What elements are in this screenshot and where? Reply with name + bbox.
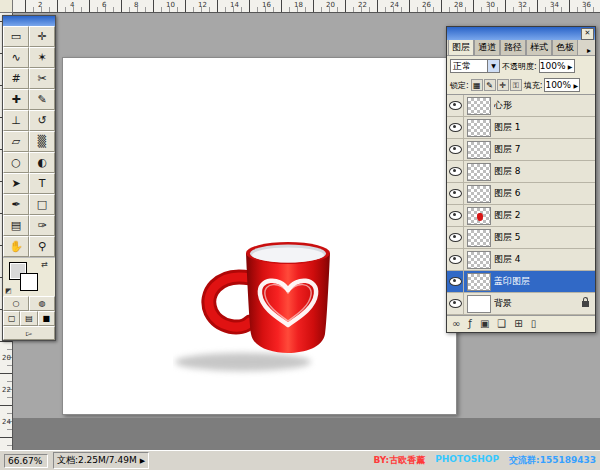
palette-bottom-bar: ∞ƒ▣❑⊞▯ (447, 315, 595, 332)
lasso-tool[interactable]: ∿ (3, 47, 29, 68)
shape-tool[interactable]: □ (29, 194, 55, 215)
palette-titlebar[interactable]: ✕ (447, 27, 595, 40)
link-layers-icon[interactable]: ∞ (452, 317, 460, 331)
fill-value: 100% (545, 80, 572, 90)
slice-tool[interactable]: ✂ (29, 68, 55, 89)
layer-row[interactable]: 背景 (447, 293, 595, 315)
magic-wand-tool[interactable]: ✶ (29, 47, 55, 68)
visibility-toggle[interactable] (447, 161, 464, 182)
eye-icon (449, 101, 462, 110)
type-tool[interactable]: T (29, 173, 55, 194)
layer-row[interactable]: 心形 (447, 95, 595, 117)
gradient-tool[interactable]: ▒ (29, 131, 55, 152)
palette-tab-2[interactable]: 路径 (500, 40, 526, 55)
blur-tool[interactable]: ○ (3, 152, 29, 173)
palette-tab-0[interactable]: 图层 (448, 40, 474, 55)
close-icon[interactable]: ✕ (581, 28, 594, 40)
eye-icon (449, 233, 462, 242)
fullscreen-with-menu-button[interactable]: ▤ (20, 311, 37, 326)
lock-image-pixels-icon[interactable]: ✎ (484, 79, 496, 91)
lock-position-icon[interactable]: ✛ (497, 79, 509, 91)
hand-tool[interactable]: ✋ (3, 236, 29, 257)
opacity-input[interactable]: 100% ▶ (539, 59, 575, 73)
layer-row[interactable]: 图层 7 (447, 139, 595, 161)
clone-stamp-tool[interactable]: ⊥ (3, 110, 29, 131)
ruler-tick-label: 30 (486, 1, 495, 9)
crop-tool[interactable]: # (3, 68, 29, 89)
move-tool[interactable]: ✛ (29, 26, 55, 47)
layer-row[interactable]: 图层 2 (447, 205, 595, 227)
layer-name: 图层 6 (494, 187, 595, 200)
default-colors-icon[interactable]: ◩ (5, 287, 12, 295)
layer-style-icon[interactable]: ƒ (468, 317, 472, 331)
visibility-toggle[interactable] (447, 293, 464, 314)
standard-screen-mode-button[interactable]: ▢ (3, 311, 20, 326)
pen-tool-icon: ✒ (11, 198, 20, 211)
document-canvas[interactable] (62, 57, 457, 415)
visibility-toggle[interactable] (447, 95, 464, 116)
swap-colors-icon[interactable]: ⇄ (41, 260, 48, 269)
notes-tool[interactable]: ▤ (3, 215, 29, 236)
jump-to-imageready-button[interactable]: ▻ (3, 326, 55, 340)
palette-tab-4[interactable]: 色板 (552, 40, 578, 55)
new-layer-icon[interactable]: ⊞ (514, 317, 522, 331)
visibility-toggle[interactable] (447, 183, 464, 204)
history-brush-tool[interactable]: ↺ (29, 110, 55, 131)
palette-tab-1[interactable]: 通道 (474, 40, 500, 55)
delete-layer-icon[interactable]: ▯ (531, 317, 537, 331)
fill-spinner-icon[interactable]: ▶ (572, 82, 579, 89)
standard-mode-button[interactable]: ○ (3, 296, 29, 311)
visibility-toggle[interactable] (447, 117, 464, 138)
slice-tool-icon: ✂ (37, 72, 46, 85)
photoshop-window: 24681012141618202224262830323436 2468101… (0, 0, 600, 470)
layer-name: 图层 1 (494, 121, 595, 134)
pen-tool[interactable]: ✒ (3, 194, 29, 215)
fullscreen-button[interactable]: ■ (38, 311, 55, 326)
ruler-tick-label: 4 (70, 1, 74, 9)
zoom-tool[interactable]: ⚲ (29, 236, 55, 257)
eyedropper-tool[interactable]: ✑ (29, 215, 55, 236)
toolbox-titlebar[interactable] (3, 16, 55, 26)
new-group-icon[interactable]: ❑ (497, 317, 506, 331)
layer-row[interactable]: 盖印图层 (447, 271, 595, 293)
eye-icon (449, 299, 462, 308)
status-menu-arrow-icon[interactable]: ▶ (140, 457, 145, 465)
quick-mask-mode-button[interactable]: ◍ (29, 296, 55, 311)
layer-row[interactable]: 图层 5 (447, 227, 595, 249)
layer-row[interactable]: 图层 4 (447, 249, 595, 271)
palette-tab-3[interactable]: 样式 (526, 40, 552, 55)
fill-input[interactable]: 100% ▶ (544, 78, 580, 92)
path-selection-tool[interactable]: ➤ (3, 173, 29, 194)
layer-thumbnail (467, 119, 491, 137)
healing-brush-tool[interactable]: ✚ (3, 89, 29, 110)
layer-row[interactable]: 图层 6 (447, 183, 595, 205)
background-color-swatch[interactable] (20, 273, 38, 291)
mug-artwork (173, 228, 363, 378)
layer-row[interactable]: 图层 8 (447, 161, 595, 183)
blend-mode-select[interactable]: 正常 ▼ (450, 59, 500, 73)
visibility-toggle[interactable] (447, 227, 464, 248)
visibility-toggle[interactable] (447, 249, 464, 270)
mug-thumbnail-mark (477, 213, 483, 221)
lock-all-icon[interactable]: ⚿ (510, 79, 522, 91)
rectangular-marquee-tool[interactable]: ▭ (3, 26, 29, 47)
layers-palette: ✕ 图层通道路径样式色板 ▸ 正常 ▼ 不透明度: 100% ▶ 锁定: ▦✎✛… (446, 26, 596, 333)
ruler-origin-box[interactable] (0, 0, 13, 13)
visibility-toggle[interactable] (447, 271, 464, 292)
move-tool-icon: ✛ (37, 30, 46, 43)
type-tool-icon: T (39, 177, 46, 190)
visibility-toggle[interactable] (447, 205, 464, 226)
crop-tool-icon: # (11, 72, 20, 85)
brush-tool[interactable]: ✎ (29, 89, 55, 110)
ruler-tick-label: 24 (390, 1, 399, 9)
eraser-tool[interactable]: ▱ (3, 131, 29, 152)
visibility-toggle[interactable] (447, 139, 464, 160)
lock-transparent-pixels-icon[interactable]: ▦ (471, 79, 483, 91)
palette-menu-icon[interactable]: ▸ (583, 46, 595, 55)
layer-mask-icon[interactable]: ▣ (480, 317, 489, 331)
layer-row[interactable]: 图层 1 (447, 117, 595, 139)
zoom-level-input[interactable]: 66.67% (4, 454, 48, 468)
layer-thumbnail (467, 163, 491, 181)
dodge-tool[interactable]: ◐ (29, 152, 55, 173)
opacity-spinner-icon[interactable]: ▶ (566, 63, 573, 70)
